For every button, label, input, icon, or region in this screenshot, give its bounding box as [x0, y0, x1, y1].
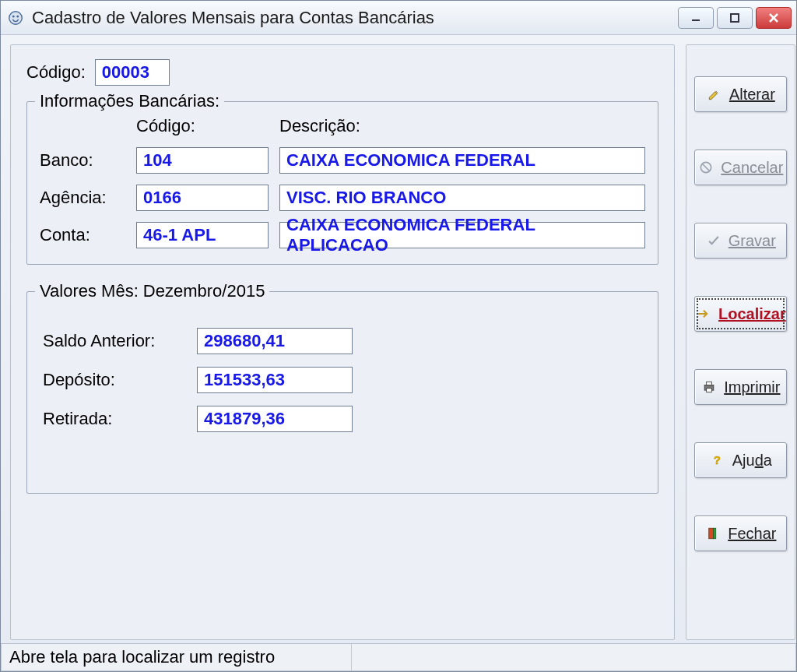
- side-panel: Alterar Cancelar Gravar Localizar: [686, 44, 795, 640]
- svg-point-1: [12, 15, 15, 17]
- svg-text:?: ?: [714, 453, 721, 466]
- retirada-field[interactable]: 431879,36: [197, 406, 353, 432]
- fechar-label: Fechar: [728, 525, 776, 543]
- fechar-button[interactable]: Fechar: [694, 515, 787, 551]
- saldo-anterior-label: Saldo Anterior:: [43, 331, 183, 351]
- title-bar: Cadastro de Valores Mensais para Contas …: [1, 1, 796, 35]
- bank-info-title: Informações Bancárias:: [35, 91, 224, 111]
- printer-icon: [700, 378, 718, 396]
- codigo-field[interactable]: 00003: [95, 59, 170, 86]
- agencia-label: Agência:: [40, 188, 125, 208]
- svg-rect-10: [707, 382, 712, 385]
- svg-line-8: [702, 164, 710, 171]
- ajuda-label: Ajuda: [732, 452, 772, 470]
- header-descricao: Descrição:: [279, 116, 645, 136]
- agencia-codigo-field: 0166: [136, 185, 269, 211]
- imprimir-label: Imprimir: [724, 378, 780, 396]
- alterar-button[interactable]: Alterar: [694, 76, 787, 112]
- help-icon: ?: [709, 452, 726, 469]
- conta-codigo-field: 46-1 APL: [136, 222, 269, 248]
- svg-rect-14: [714, 528, 716, 539]
- saldo-anterior-field[interactable]: 298680,41: [197, 328, 353, 354]
- check-icon: [705, 232, 722, 249]
- deposito-label: Depósito:: [43, 370, 183, 390]
- door-exit-icon: [704, 525, 722, 542]
- agencia-descricao-field: VISC. RIO BRANCO: [279, 185, 645, 211]
- values-group: Valores Mês: Dezembro/2015 Saldo Anterio…: [26, 291, 658, 494]
- gravar-button[interactable]: Gravar: [694, 223, 787, 259]
- cancelar-label: Cancelar: [721, 159, 783, 177]
- imprimir-button[interactable]: Imprimir: [694, 369, 787, 405]
- cancelar-button[interactable]: Cancelar: [694, 150, 787, 185]
- conta-label: Conta:: [40, 225, 125, 245]
- codigo-row: Código: 00003: [26, 59, 658, 86]
- alterar-label: Alterar: [729, 86, 775, 104]
- codigo-label: Código:: [26, 62, 86, 83]
- window-title: Cadastro de Valores Mensais para Contas …: [32, 8, 675, 28]
- client-area: Código: 00003 Informações Bancárias: Cód…: [1, 35, 796, 643]
- ajuda-button[interactable]: ? Ajuda: [694, 442, 787, 478]
- banco-codigo-field: 104: [136, 147, 269, 174]
- edit-icon: [706, 86, 723, 103]
- header-codigo: Código:: [136, 116, 269, 136]
- close-button[interactable]: [756, 7, 792, 29]
- banco-label: Banco:: [40, 150, 125, 171]
- bank-info-group: Informações Bancárias: Código: Descrição…: [26, 101, 658, 265]
- banco-descricao-field: CAIXA ECONOMICA FEDERAL: [279, 147, 645, 174]
- svg-rect-4: [731, 14, 739, 22]
- svg-point-2: [16, 15, 19, 17]
- status-text: Abre tela para localizar um registro: [1, 644, 351, 671]
- conta-descricao-field: CAIXA ECONOMICA FEDERAL APLICACAO: [279, 222, 645, 248]
- app-icon: [5, 8, 26, 28]
- status-bar: Abre tela para localizar um registro: [1, 643, 796, 671]
- deposito-field[interactable]: 151533,63: [197, 367, 353, 393]
- point-right-icon: [695, 305, 712, 322]
- localizar-button[interactable]: Localizar: [694, 296, 787, 332]
- svg-point-0: [9, 11, 23, 24]
- main-panel: Código: 00003 Informações Bancárias: Cód…: [10, 44, 675, 640]
- retirada-label: Retirada:: [43, 409, 183, 429]
- localizar-label: Localizar: [718, 305, 786, 323]
- svg-rect-13: [709, 528, 714, 539]
- minimize-button[interactable]: [678, 7, 714, 29]
- app-window: Cadastro de Valores Mensais para Contas …: [0, 0, 797, 672]
- gravar-label: Gravar: [729, 232, 776, 250]
- maximize-button[interactable]: [717, 7, 753, 29]
- status-empty: [351, 644, 796, 671]
- values-title: Valores Mês: Dezembro/2015: [35, 281, 269, 301]
- cancel-icon: [697, 159, 714, 176]
- svg-rect-11: [707, 389, 712, 392]
